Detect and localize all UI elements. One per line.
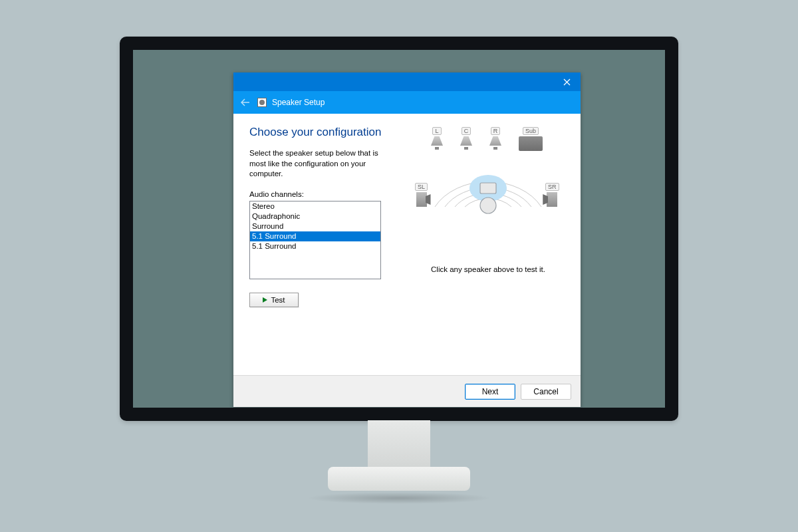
- list-item[interactable]: Quadraphonic: [250, 211, 380, 221]
- list-item[interactable]: 5.1 Surround: [250, 231, 380, 241]
- speaker-diagram: L C R: [415, 127, 561, 247]
- test-button-label: Test: [271, 296, 285, 304]
- speaker-front-left[interactable]: L: [431, 127, 443, 150]
- header-bar: Speaker Setup: [233, 91, 581, 114]
- right-column: L C R: [412, 126, 565, 372]
- dialog-content: Choose your configuration Select the spe…: [233, 114, 581, 375]
- monitor-stand: [368, 420, 430, 475]
- speaker-tag: SL: [415, 183, 428, 191]
- left-column: Choose your configuration Select the spe…: [249, 126, 393, 372]
- speaker-tag: R: [491, 127, 501, 135]
- speaker-tag: C: [462, 127, 471, 135]
- close-icon: [563, 78, 571, 86]
- subwoofer-icon: [519, 136, 543, 151]
- speaker-subwoofer[interactable]: Sub: [519, 127, 543, 151]
- speaker-front-right[interactable]: R: [489, 127, 501, 150]
- close-button[interactable]: [553, 72, 581, 91]
- list-item[interactable]: Surround: [250, 221, 380, 231]
- audio-channels-listbox[interactable]: Stereo Quadraphonic Surround 5.1 Surroun…: [249, 201, 381, 279]
- side-speaker-icon: [416, 192, 427, 207]
- back-arrow-icon: [241, 98, 250, 106]
- desktop-screen: Speaker Setup Choose your configuration …: [133, 50, 665, 408]
- speaker-cone-icon: [489, 136, 501, 146]
- cancel-button[interactable]: Cancel: [521, 384, 571, 400]
- monitor-shadow: [306, 492, 492, 504]
- speaker-setup-icon: [257, 98, 267, 107]
- diagram-hint: Click any speaker above to test it.: [431, 265, 545, 273]
- speaker-tag: L: [432, 127, 441, 135]
- speaker-tag: Sub: [523, 127, 539, 135]
- page-description: Select the speaker setup below that is m…: [249, 148, 393, 180]
- side-speaker-icon: [547, 192, 557, 207]
- speaker-cone-icon: [460, 136, 472, 146]
- speaker-center[interactable]: C: [460, 127, 472, 150]
- window-title: Speaker Setup: [272, 98, 325, 107]
- speaker-side-left[interactable]: SL: [415, 183, 428, 207]
- svg-rect-4: [480, 183, 496, 194]
- channels-label: Audio channels:: [249, 190, 393, 198]
- test-button[interactable]: Test: [249, 293, 299, 307]
- svg-point-3: [480, 198, 496, 213]
- back-button[interactable]: [239, 96, 252, 109]
- list-item[interactable]: Stereo: [250, 201, 380, 211]
- speaker-side-right[interactable]: SR: [545, 183, 559, 207]
- next-button[interactable]: Next: [465, 384, 515, 400]
- titlebar: [233, 72, 581, 91]
- monitor-frame: Speaker Setup Choose your configuration …: [120, 37, 678, 421]
- speaker-cone-icon: [431, 136, 443, 146]
- list-item[interactable]: 5.1 Surround: [250, 241, 380, 251]
- dialog-footer: Next Cancel: [233, 375, 581, 407]
- speaker-setup-dialog: Speaker Setup Choose your configuration …: [233, 72, 581, 407]
- play-icon: [263, 297, 267, 303]
- speaker-tag: SR: [545, 183, 559, 191]
- page-heading: Choose your configuration: [249, 126, 393, 139]
